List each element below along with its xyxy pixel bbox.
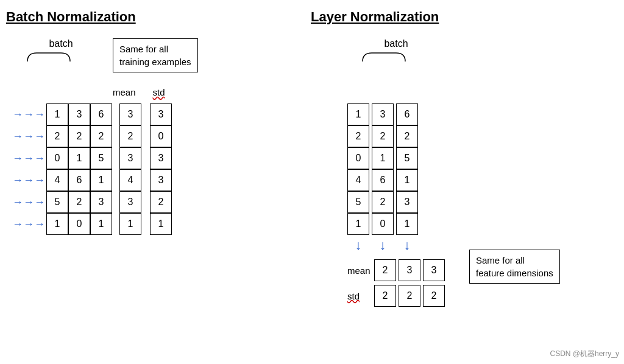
bn-mean-4: 3	[119, 191, 141, 213]
bn-arrow-4: →→→	[12, 169, 45, 191]
ln-matrix: 120451321620625131	[347, 103, 445, 235]
bn-mean-5: 1	[119, 213, 141, 235]
bn-matrix: 120451321620625131	[46, 103, 112, 235]
ln-cell-0-0: 1	[347, 103, 369, 125]
ln-cell-1-0: 2	[347, 125, 369, 147]
ln-col-0: 120451	[347, 103, 369, 235]
bn-tooltip-text: Same for all training examples	[119, 44, 191, 67]
ln-arrows: ↓↓↓	[347, 237, 445, 253]
ln-col-2: 625131	[396, 103, 418, 235]
ln-std-1: 2	[399, 285, 420, 307]
ln-arrow-0: ↓	[347, 237, 369, 253]
ln-cell-1-1: 2	[372, 125, 394, 147]
ln-std-row: std 222	[347, 285, 445, 307]
bn-batch-label-area: batch	[24, 38, 98, 63]
bn-cell-4-1: 2	[68, 191, 90, 213]
bn-col-2: 625131	[90, 103, 112, 235]
ln-tooltip-text: Same for all feature dimensions	[476, 255, 553, 278]
bn-means: 323431	[119, 103, 141, 235]
bn-cell-3-2: 1	[90, 169, 112, 191]
ln-content-area: 120451321620625131 ↓↓↓ mean 233 std 222	[347, 103, 445, 307]
ln-cell-4-0: 5	[347, 191, 369, 213]
bn-mean-1: 2	[119, 125, 141, 147]
bn-arrow-3: →→→	[12, 147, 45, 169]
bn-stds: 303321	[150, 103, 172, 235]
ln-cell-5-0: 1	[347, 213, 369, 235]
ln-cell-0-2: 6	[396, 103, 418, 125]
watermark: CSDN @机器herry_y	[550, 349, 619, 359]
bn-brace-svg	[24, 51, 98, 63]
bn-arrow-5: →→→	[12, 191, 45, 213]
bn-cell-4-0: 5	[46, 191, 68, 213]
bn-cell-3-1: 6	[68, 169, 90, 191]
batch-norm-section: Batch Normalization batch Same for all t…	[6, 9, 305, 37]
ln-brace-svg	[360, 51, 433, 63]
bn-cell-5-2: 1	[90, 213, 112, 235]
ln-tooltip: Same for all feature dimensions	[469, 250, 560, 284]
bn-cell-3-0: 4	[46, 169, 68, 191]
bn-cell-0-0: 1	[46, 103, 68, 125]
ln-cell-5-2: 1	[396, 213, 418, 235]
bn-cell-2-0: 0	[46, 147, 68, 169]
ln-batch-label-area: batch	[360, 38, 433, 63]
ln-mean-label: mean	[347, 265, 369, 276]
bn-cell-1-0: 2	[46, 125, 68, 147]
ln-cell-1-2: 2	[396, 125, 418, 147]
ln-col-1: 321620	[372, 103, 394, 235]
ln-batch-label: batch	[384, 38, 408, 49]
bn-cell-2-1: 1	[68, 147, 90, 169]
bn-tooltip: Same for all training examples	[113, 38, 198, 72]
ln-mean-0: 2	[374, 259, 396, 281]
bn-std-4: 2	[150, 191, 172, 213]
bn-cell-5-0: 1	[46, 213, 68, 235]
ln-cell-3-2: 1	[396, 169, 418, 191]
bn-cell-1-2: 2	[90, 125, 112, 147]
bn-mean-0: 3	[119, 103, 141, 125]
ln-means: 233	[374, 259, 445, 281]
bn-batch-label: batch	[49, 38, 73, 49]
ln-std-0: 2	[374, 285, 396, 307]
ln-cell-3-0: 4	[347, 169, 369, 191]
bn-std-1: 0	[150, 125, 172, 147]
layer-norm-section: Layer Normalization batch 12045132162062…	[311, 9, 609, 37]
ln-cell-4-1: 2	[372, 191, 394, 213]
bn-mean-label: mean	[113, 87, 136, 97]
bn-mean-2: 3	[119, 147, 141, 169]
bn-arrow-6: →→→	[12, 213, 45, 235]
bn-cell-0-2: 6	[90, 103, 112, 125]
ln-cell-4-2: 3	[396, 191, 418, 213]
bn-std-2: 3	[150, 147, 172, 169]
bn-stats-headers: mean std	[113, 87, 165, 97]
bn-std-5: 1	[150, 213, 172, 235]
bn-std-3: 3	[150, 169, 172, 191]
ln-cell-2-2: 5	[396, 147, 418, 169]
bn-title: Batch Normalization	[6, 9, 305, 25]
ln-cell-2-1: 1	[372, 147, 394, 169]
ln-std-2: 2	[423, 285, 445, 307]
bn-cell-0-1: 3	[68, 103, 90, 125]
bn-col-0: 120451	[46, 103, 68, 235]
ln-title: Layer Normalization	[311, 9, 609, 25]
bn-cell-4-2: 3	[90, 191, 112, 213]
ln-mean-row: mean 233	[347, 259, 445, 281]
ln-cell-5-1: 0	[372, 213, 394, 235]
bn-arrows: →→→ →→→ →→→ →→→ →→→ →→→	[12, 103, 45, 235]
bn-arrow-1: →→→	[12, 103, 45, 125]
bn-col-1: 321620	[68, 103, 90, 235]
bn-std-0: 3	[150, 103, 172, 125]
bn-cell-5-1: 0	[68, 213, 90, 235]
bn-arrow-2: →→→	[12, 125, 45, 147]
bn-std-label: std	[153, 87, 165, 97]
ln-arrow-2: ↓	[396, 237, 418, 253]
ln-cell-0-1: 3	[372, 103, 394, 125]
bn-mean-3: 4	[119, 169, 141, 191]
bn-cell-1-1: 2	[68, 125, 90, 147]
ln-mean-1: 3	[399, 259, 420, 281]
ln-mean-2: 3	[423, 259, 445, 281]
ln-cell-3-1: 6	[372, 169, 394, 191]
bn-cell-2-2: 5	[90, 147, 112, 169]
ln-arrow-1: ↓	[372, 237, 394, 253]
ln-cell-2-0: 0	[347, 147, 369, 169]
bn-content-area: →→→ →→→ →→→ →→→ →→→ →→→ 1204513216206251…	[12, 103, 172, 235]
ln-stds: 222	[374, 285, 445, 307]
